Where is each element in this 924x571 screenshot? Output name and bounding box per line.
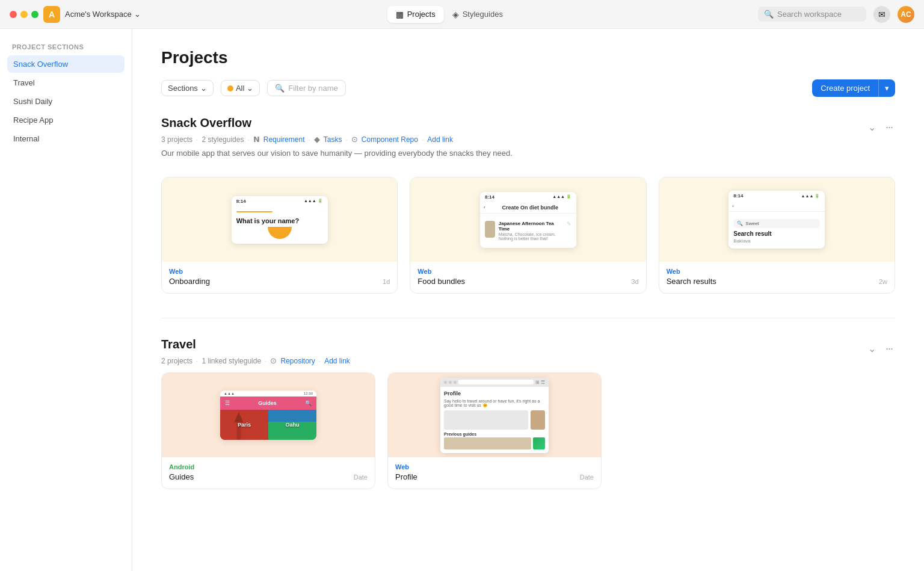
section-header-content: Travel 2 projects · 1 linked styleguide … [161,338,866,365]
minimize-button[interactable] [20,11,28,18]
section-title: Snack Overflow [161,116,866,130]
sections-filter[interactable]: Sections ⌄ [161,80,214,96]
workspace-name[interactable]: Acme's Workspace ⌄ [65,10,141,19]
notion-icon: 𝗡 [253,135,260,144]
project-card-guides[interactable]: ▲▲▲ 12:30 ☰ Guides 🔍 [161,372,375,489]
nav-tabs: ▦ Projects ◈ Styleguides [387,6,511,23]
sidebar: PROJECT SECTIONS Snack Overflow Travel S… [0,29,132,571]
project-thumb-search-results: 8:14 ▲▲▲ 🔋 ‹ 🔍 Sweet [659,177,895,262]
styleguides-icon: ◈ [452,10,459,19]
project-thumb-food-bundles: 8:14 ▲▲▲ 🔋 ‹ Create On diet bundle [410,177,645,262]
close-button[interactable] [10,11,17,18]
tab-styleguides[interactable]: ◈ Styleguides [444,6,511,23]
section-description: Our mobile app that serves our vision to… [161,149,866,158]
android-status-bar: ▲▲▲ 12:30 [220,390,316,397]
section-collapse-icon[interactable]: ⌄ [866,341,878,357]
create-project-dropdown-arrow[interactable]: ▾ [878,79,895,97]
mock-phone-search-results: 8:14 ▲▲▲ 🔋 ‹ 🔍 Sweet [728,191,825,248]
all-filter[interactable]: All ⌄ [221,80,260,96]
edit-icon: ✎ [567,221,571,227]
project-type: Web [169,268,390,275]
phone-graphic [268,227,292,239]
create-project-button[interactable]: Create project ▾ [812,79,895,97]
layout: PROJECT SECTIONS Snack Overflow Travel S… [0,29,924,571]
chevron-down-icon: ⌄ [134,10,141,19]
project-date: Date [580,474,594,481]
tab-projects[interactable]: ▦ Projects [387,6,444,23]
chevron-down-icon: ⌄ [200,84,207,93]
sidebar-section-label: PROJECT SECTIONS [7,43,125,51]
notification-button[interactable]: ✉ [873,6,890,23]
search-result-title: Search result [733,230,820,237]
search-bar[interactable]: 🔍 Search workspace [758,7,866,22]
create-project-label[interactable]: Create project [812,79,878,97]
section-more-icon[interactable]: ··· [883,119,895,136]
phone-search-bar: 🔍 Sweet [733,219,820,228]
project-card-row: Search results 2w [667,277,887,286]
section-more-icon[interactable]: ··· [883,340,895,357]
titlebar-left: A Acme's Workspace ⌄ [10,6,141,23]
project-card-search-results[interactable]: 8:14 ▲▲▲ 🔋 ‹ 🔍 Sweet [659,177,895,294]
filter-by-name-input[interactable]: 🔍 Filter by name [267,80,345,96]
project-type: Web [417,268,638,275]
sidebar-item-snack-overflow[interactable]: Snack Overflow [7,55,125,73]
project-name: Guides [169,472,194,481]
web-mock: ⊞ ☰ Profile Say hello to travel around o… [440,378,549,453]
android-images: Paris Oahu [220,410,316,440]
section-meta: 3 projects · 2 styleguides · 𝗡 Requireme… [161,135,866,144]
avatar[interactable]: AC [898,6,914,23]
project-name: Onboarding [169,277,210,286]
repository-link[interactable]: Repository [280,357,315,365]
maximize-button[interactable] [31,11,38,18]
section-collapse-icon[interactable]: ⌄ [866,119,878,135]
phone-status-bar: 8:14 ▲▲▲ 🔋 [232,196,328,206]
project-card-food-bundles[interactable]: 8:14 ▲▲▲ 🔋 ‹ Create On diet bundle [410,177,646,294]
styleguides-count: 2 styleguides [202,135,244,144]
project-card-profile[interactable]: ⊞ ☰ Profile Say hello to travel around o… [387,372,602,489]
phone-topbar: ‹ [728,201,825,212]
sidebar-item-travel[interactable]: Travel [7,74,125,91]
titlebar: A Acme's Workspace ⌄ ▦ Projects ◈ Styleg… [0,0,924,29]
project-card-row: Guides Date [169,472,368,481]
project-card-onboarding[interactable]: 8:14 ▲▲▲ 🔋 What is your name? [161,177,398,294]
project-grid-travel: ▲▲▲ 12:30 ☰ Guides 🔍 [161,372,602,489]
section-meta: 2 projects · 1 linked styleguide · ⊙ Rep… [161,356,866,365]
project-thumb-onboarding: 8:14 ▲▲▲ 🔋 What is your name? [162,177,397,262]
search-icon: 🔍 [737,221,743,226]
android-mock: ▲▲▲ 12:30 ☰ Guides 🔍 [220,390,316,440]
component-repo-link[interactable]: Component Repo [362,135,418,144]
github-icon: ⊙ [351,135,358,144]
project-date: 1d [383,278,390,285]
phone-content: Japanese Afternoon Tea Time Matcha, Choc… [480,214,576,248]
project-card-row: Food bundles 3d [417,277,638,286]
mock-phone-onboarding: 8:14 ▲▲▲ 🔋 What is your name? [232,196,328,244]
project-card-info-profile: Web Profile Date [388,457,601,489]
sidebar-item-sushi-daily[interactable]: Sushi Daily [7,93,125,110]
web-topbar: ⊞ ☰ [440,378,549,387]
phone-topbar: ‹ Create On diet bundle [480,202,576,214]
section-header-travel: Travel 2 projects · 1 linked styleguide … [161,338,895,365]
sidebar-item-recipe-app[interactable]: Recipe App [7,111,125,129]
tasks-link[interactable]: Tasks [324,135,342,144]
phone-content: What is your name? [232,206,328,244]
project-card-info-guides: Android Guides Date [162,457,375,489]
add-link-button[interactable]: Add link [427,135,453,144]
project-date: 3d [631,278,638,285]
search-result-item: Baklava [733,238,820,244]
add-link-button[interactable]: Add link [324,357,350,365]
sidebar-item-internal[interactable]: Internal [7,130,125,147]
project-card-info-onboarding: Web Onboarding 1d [162,262,397,293]
requirement-link[interactable]: Requirement [263,135,305,144]
section-header-content: Snack Overflow 3 projects · 2 styleguide… [161,116,866,170]
projects-count: 3 projects [161,135,192,144]
project-type: Web [667,268,887,275]
food-img [485,221,495,238]
project-card-info-food-bundles: Web Food bundles 3d [410,262,645,293]
project-thumb-profile: ⊞ ☰ Profile Say hello to travel around o… [388,373,601,457]
phone-status-bar: 8:14 ▲▲▲ 🔋 [728,191,825,201]
section-actions: ⌄ ··· [866,116,895,136]
project-card-row: Profile Date [395,472,594,481]
status-dot [227,85,233,91]
styleguides-count: 1 linked styleguide [202,357,261,365]
project-name: Search results [667,277,716,286]
